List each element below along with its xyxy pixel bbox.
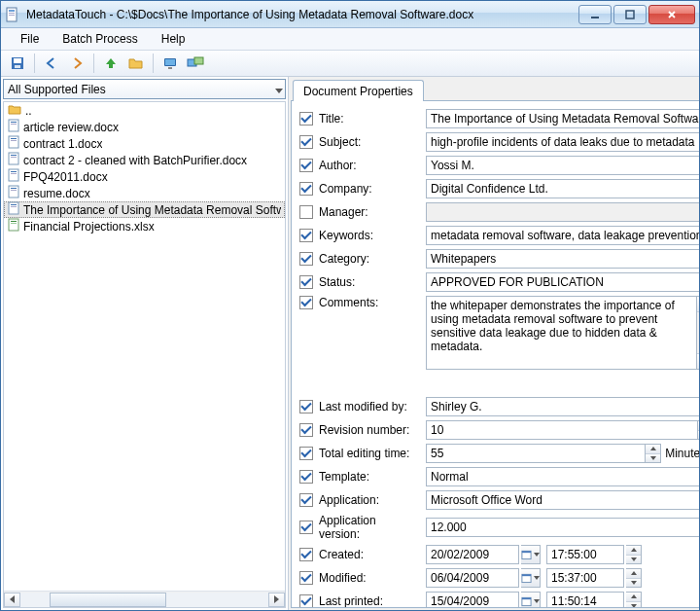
input-created-date[interactable]: 20/02/2009 xyxy=(426,545,519,564)
scroll-up-icon[interactable] xyxy=(697,297,699,312)
back-icon[interactable] xyxy=(41,53,62,74)
properties-pane: Document Properties Title: The Importanc… xyxy=(289,77,699,610)
menu-batch-process[interactable]: Batch Process xyxy=(52,30,147,48)
scroll-left-icon[interactable] xyxy=(4,593,20,607)
input-subject[interactable]: high-profile incidents of data leaks due… xyxy=(426,132,699,152)
svg-rect-30 xyxy=(11,204,17,205)
input-status[interactable]: APPROVED FOR PUBLICATION xyxy=(426,272,699,292)
datepicker-created-icon[interactable] xyxy=(521,545,541,564)
input-lastprinted-date[interactable]: 15/04/2009 xyxy=(426,592,519,608)
checkbox-appversion[interactable] xyxy=(299,521,313,534)
datepicker-modified-icon[interactable] xyxy=(521,568,541,588)
input-title[interactable]: The Importance of Using Metadata Removal… xyxy=(426,109,699,128)
input-application[interactable]: Microsoft Office Word xyxy=(426,490,699,510)
label-author: Author: xyxy=(319,159,420,172)
checkbox-author[interactable] xyxy=(299,159,313,172)
checkbox-editingtime[interactable] xyxy=(299,447,313,460)
prop-application-row: Application: Microsoft Office Word xyxy=(299,490,699,510)
input-revision[interactable]: 10 xyxy=(426,420,698,440)
prop-revision-row: Revision number: 10 xyxy=(299,420,699,440)
up-arrow-icon[interactable] xyxy=(100,53,122,74)
label-lastprinted: Last printed: xyxy=(319,594,420,608)
close-button[interactable] xyxy=(648,5,695,24)
checkbox-application[interactable] xyxy=(299,493,313,507)
svg-rect-17 xyxy=(9,136,18,148)
checkbox-modified[interactable] xyxy=(299,571,313,585)
checkbox-comments[interactable] xyxy=(299,296,313,309)
checkbox-lastmodifiedby[interactable] xyxy=(299,400,313,413)
xlsx-file-icon xyxy=(8,218,19,234)
spinner-editingtime[interactable] xyxy=(646,444,661,463)
forward-icon[interactable] xyxy=(66,53,88,74)
up-directory-item[interactable]: .. xyxy=(4,102,285,119)
checkbox-keywords[interactable] xyxy=(299,229,313,242)
spinner-lastprinted-time[interactable] xyxy=(626,592,642,608)
checkbox-status[interactable] xyxy=(299,275,313,289)
scroll-right-icon[interactable] xyxy=(268,593,285,607)
input-company[interactable]: Digital Confidence Ltd. xyxy=(426,179,699,198)
minimize-button[interactable] xyxy=(578,5,612,24)
file-item[interactable]: contract 2 - cleaned with BatchPurifier.… xyxy=(4,152,285,168)
input-author[interactable]: Yossi M. xyxy=(426,156,699,175)
scroll-down-icon[interactable] xyxy=(697,353,699,369)
label-subject: Subject: xyxy=(319,135,420,149)
checkbox-template[interactable] xyxy=(299,470,313,484)
textarea-comments[interactable]: the whitepaper demonstrates the importan… xyxy=(426,296,697,370)
prop-author-row: Author: Yossi M. xyxy=(299,156,699,175)
checkbox-subject[interactable] xyxy=(299,135,313,149)
file-item[interactable]: article review.docx xyxy=(4,119,285,135)
scroll-thumb[interactable] xyxy=(50,593,166,607)
chevron-down-icon xyxy=(275,89,283,93)
save-icon[interactable] xyxy=(7,53,28,74)
checkbox-title[interactable] xyxy=(299,112,313,126)
label-status: Status: xyxy=(319,275,420,289)
folder-open-icon[interactable] xyxy=(125,53,147,74)
svg-rect-26 xyxy=(9,186,18,198)
checkbox-manager[interactable] xyxy=(299,205,313,219)
file-list[interactable]: .. article review.docx contract 1.docx c… xyxy=(3,101,286,608)
input-created-time[interactable]: 17:55:00 xyxy=(546,545,624,564)
datepicker-lastprinted-icon[interactable] xyxy=(521,592,541,608)
svg-rect-16 xyxy=(11,124,17,125)
maximize-button[interactable] xyxy=(613,5,647,24)
input-category[interactable]: Whitepapers xyxy=(426,249,699,269)
input-keywords[interactable]: metadata removal software, data leakage … xyxy=(426,226,699,245)
label-comments: Comments: xyxy=(319,296,420,309)
menu-help[interactable]: Help xyxy=(152,30,195,48)
input-template[interactable]: Normal xyxy=(426,467,699,486)
checkbox-lastprinted[interactable] xyxy=(299,594,313,608)
comments-scrollbar[interactable] xyxy=(697,296,699,370)
label-appversion: Application version: xyxy=(319,514,420,541)
spinner-modified-time[interactable] xyxy=(626,568,642,588)
spinner-revision[interactable] xyxy=(698,420,699,440)
checkbox-created[interactable] xyxy=(299,548,313,561)
horizontal-scrollbar[interactable] xyxy=(4,591,285,607)
input-appversion[interactable]: 12.000 xyxy=(426,518,699,537)
monitor-icon[interactable] xyxy=(159,53,181,74)
checkbox-category[interactable] xyxy=(299,252,313,266)
file-item[interactable]: Financial Projections.xlsx xyxy=(4,218,285,234)
svg-rect-32 xyxy=(9,219,18,231)
main-area: All Supported Files .. article review.do… xyxy=(1,77,699,610)
checkbox-revision[interactable] xyxy=(299,423,313,437)
input-modified-date[interactable]: 06/04/2009 xyxy=(426,568,519,588)
tab-document-properties[interactable]: Document Properties xyxy=(293,80,424,101)
input-editingtime[interactable]: 55 xyxy=(426,444,646,463)
file-filter-combo[interactable]: All Supported Files xyxy=(3,79,286,99)
input-lastmodifiedby[interactable]: Shirley G. xyxy=(426,397,699,416)
input-lastprinted-time[interactable]: 11:50:14 xyxy=(546,592,624,608)
screens-icon[interactable] xyxy=(185,53,206,74)
spinner-created-time[interactable] xyxy=(626,545,642,564)
docx-file-icon xyxy=(8,201,19,218)
file-item[interactable]: resume.docx xyxy=(4,185,285,201)
prop-lastmodifiedby-row: Last modified by: Shirley G. xyxy=(299,397,699,416)
file-item-selected[interactable]: The Importance of Using Metadata Removal… xyxy=(4,201,285,218)
file-item[interactable]: FPQ42011.docx xyxy=(4,168,285,185)
menu-file[interactable]: File xyxy=(11,30,49,48)
checkbox-company[interactable] xyxy=(299,182,313,196)
file-item[interactable]: contract 1.docx xyxy=(4,135,285,152)
toolbar xyxy=(1,50,699,77)
input-modified-time[interactable]: 15:37:00 xyxy=(546,568,624,588)
input-manager[interactable] xyxy=(426,202,699,222)
svg-rect-7 xyxy=(14,58,21,63)
